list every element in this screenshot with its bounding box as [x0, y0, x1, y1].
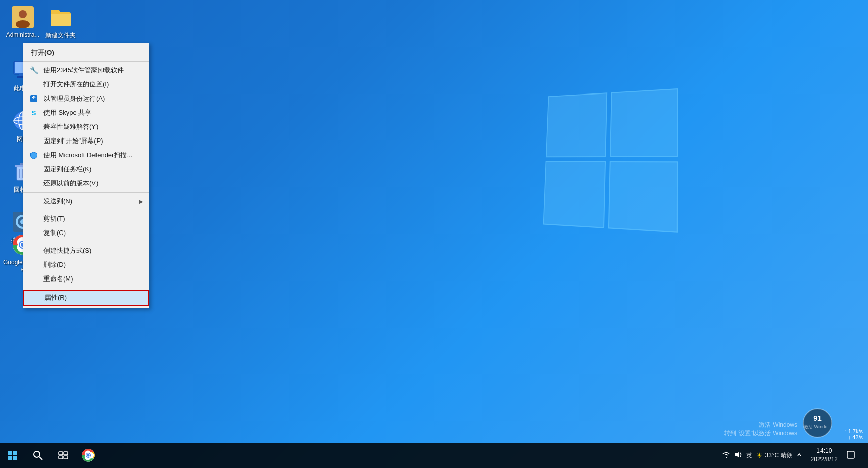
- menu-item-delete[interactable]: 删除(D): [23, 258, 149, 272]
- menu-item-compat[interactable]: 兼容性疑难解答(Y): [23, 120, 149, 134]
- menu-item-skype[interactable]: S 使用 Skype 共享: [23, 106, 149, 120]
- menu-item-restore[interactable]: 还原以前的版本(V): [23, 176, 149, 191]
- menu-item-run-as-admin[interactable]: 以管理员身份运行(A): [23, 91, 149, 106]
- activation-sub: 转到"设置"以激活 Windows: [724, 429, 797, 438]
- taskbar-chrome-icon: [81, 448, 95, 462]
- desktop-icon-newfolder[interactable]: 新建文件夹: [40, 5, 81, 40]
- newfolder-icon-label: 新建文件夹: [45, 31, 76, 40]
- notification-icon: [847, 451, 855, 459]
- taskbar-clock[interactable]: 14:10 2022/8/12: [806, 447, 843, 464]
- menu-compat-icon: [29, 122, 38, 131]
- show-desktop-button[interactable]: [859, 443, 863, 468]
- menu-pin-start-icon: [29, 136, 38, 146]
- menu-separator-1: [23, 61, 149, 62]
- svg-rect-35: [59, 452, 63, 455]
- menu-skype-icon: S: [29, 108, 38, 117]
- systray-chevron[interactable]: [797, 451, 802, 460]
- svg-text:激活 Windo...: 激活 Windo...: [804, 424, 831, 429]
- svg-line-34: [39, 457, 42, 460]
- menu-send-to-label: 发送到(N): [43, 197, 72, 206]
- menu-cut-icon: [29, 214, 38, 223]
- systray-notification[interactable]: [847, 451, 855, 460]
- systray-volume[interactable]: [734, 451, 742, 460]
- taskbar: 英 ☀ 33°C 晴朗 14:10 2022/8/12: [0, 443, 868, 468]
- menu-item-send-to[interactable]: 发送到(N) ▶: [23, 194, 149, 208]
- volume-icon: [734, 451, 742, 459]
- svg-point-26: [803, 409, 832, 437]
- systray-network[interactable]: [722, 451, 730, 460]
- desktop-icon-admin[interactable]: Administra...: [3, 5, 43, 38]
- svg-rect-37: [59, 456, 63, 459]
- desktop: Administra... 新建文件夹 此电脑: [0, 0, 868, 468]
- svg-rect-30: [13, 451, 17, 455]
- menu-item-defender[interactable]: 使用 Microsoft Defender扫描...: [23, 148, 149, 162]
- menu-item-copy[interactable]: 复制(C): [23, 226, 149, 240]
- windows-logo: [540, 91, 676, 227]
- menu-rename-icon: [29, 274, 38, 284]
- menu-uninstall-label: 使用2345软件管家卸载软件: [43, 66, 124, 75]
- svg-rect-38: [64, 456, 68, 459]
- menu-run-admin-label: 以管理员身份运行(A): [43, 94, 105, 103]
- menu-properties-label: 属性(R): [44, 293, 67, 302]
- menu-separator-4: [23, 242, 149, 242]
- menu-pin-start-label: 固定到"开始"屏幕(P): [43, 136, 103, 146]
- menu-pin-taskbar-icon: [29, 165, 38, 174]
- systray-weather[interactable]: ☀ 33°C 晴朗: [756, 451, 792, 460]
- upload-speed: ↑ 1.7k/s: [844, 428, 863, 434]
- menu-item-open[interactable]: 打开(O): [23, 45, 149, 60]
- search-button[interactable]: [25, 443, 51, 468]
- svg-text:91: 91: [813, 414, 822, 423]
- network-icon: [722, 451, 730, 459]
- menu-item-open-location[interactable]: 打开文件所在的位置(I): [23, 77, 149, 91]
- menu-copy-icon: [29, 228, 38, 238]
- svg-rect-29: [8, 451, 12, 455]
- menu-delete-icon: [29, 260, 38, 269]
- menu-item-create-shortcut[interactable]: 创建快捷方式(S): [23, 244, 149, 258]
- svg-rect-32: [13, 456, 17, 460]
- menu-separator-2: [23, 192, 149, 193]
- network-speed-widget: ↑ 1.7k/s ↓ 42/s: [844, 428, 863, 440]
- chevron-up-icon: [797, 451, 802, 459]
- menu-copy-label: 复制(C): [43, 228, 66, 238]
- menu-pin-taskbar-label: 固定到任务栏(K): [43, 165, 91, 174]
- download-speed: ↓ 42/s: [844, 434, 863, 440]
- weather-icon: ☀: [756, 451, 763, 459]
- menu-restore-label: 还原以前的版本(V): [43, 179, 98, 188]
- menu-compat-label: 兼容性疑难解答(Y): [43, 122, 98, 131]
- menu-defender-label: 使用 Microsoft Defender扫描...: [43, 151, 132, 160]
- menu-item-cut[interactable]: 剪切(T): [23, 212, 149, 226]
- menu-arrow-icon: ▶: [139, 199, 143, 204]
- menu-shortcut-icon: [29, 246, 38, 255]
- task-view-button[interactable]: [51, 443, 76, 468]
- menu-send-icon: [29, 197, 38, 206]
- menu-defender-icon: [29, 151, 38, 160]
- systray-language[interactable]: 英: [746, 451, 752, 460]
- menu-skype-label: 使用 Skype 共享: [43, 108, 91, 117]
- menu-delete-label: 删除(D): [43, 260, 66, 269]
- taskbar-chrome[interactable]: [76, 443, 101, 468]
- weather-text: 33°C 晴朗: [765, 451, 792, 460]
- system-widget: 91 激活 Windo...: [802, 408, 833, 440]
- clock-date: 2022/8/12: [811, 455, 838, 464]
- svg-rect-36: [64, 452, 68, 455]
- menu-item-pin-start[interactable]: 固定到"开始"屏幕(P): [23, 134, 149, 148]
- menu-restore-icon: [29, 179, 38, 188]
- svg-rect-31: [8, 456, 12, 460]
- search-icon: [33, 450, 43, 460]
- start-button[interactable]: [0, 443, 25, 468]
- menu-rename-label: 重命名(M): [43, 274, 73, 284]
- menu-item-pin-taskbar[interactable]: 固定到任务栏(K): [23, 162, 149, 176]
- menu-item-uninstall[interactable]: 🔧 使用2345软件管家卸载软件: [23, 63, 149, 77]
- menu-shortcut-label: 创建快捷方式(S): [43, 246, 91, 255]
- menu-location-icon: [29, 80, 38, 89]
- menu-separator-3: [23, 210, 149, 210]
- menu-item-rename[interactable]: 重命名(M): [23, 272, 149, 286]
- menu-uninstall-icon: 🔧: [29, 66, 38, 75]
- admin-icon-label: Administra...: [6, 31, 40, 38]
- menu-item-properties[interactable]: 属性(R): [23, 290, 149, 306]
- admin-icon: [11, 5, 35, 29]
- svg-point-2: [16, 20, 30, 28]
- menu-properties-icon: [30, 293, 39, 302]
- menu-admin-icon: [29, 94, 38, 103]
- svg-marker-43: [735, 452, 739, 458]
